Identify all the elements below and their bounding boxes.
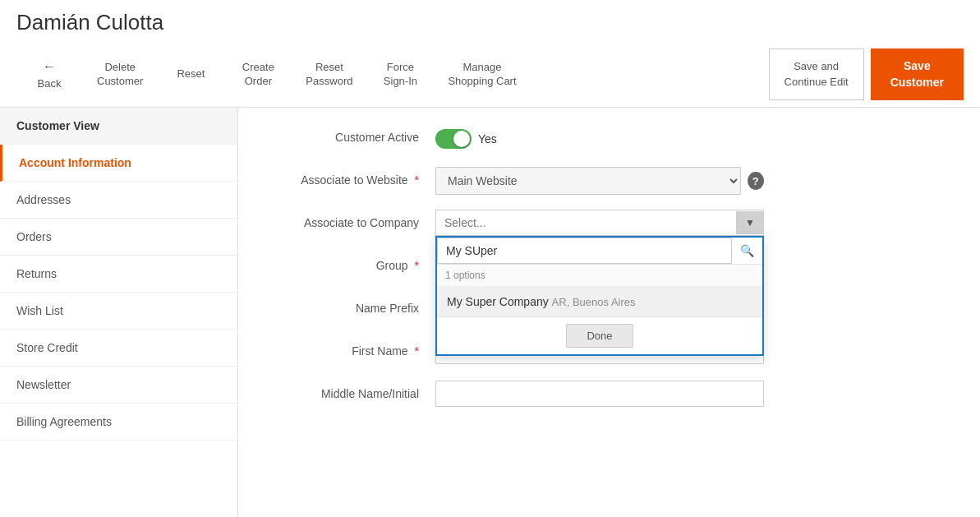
middle-name-label: Middle Name/Initial bbox=[271, 381, 435, 400]
website-select-wrap: Main Website ? bbox=[435, 167, 764, 195]
reset-button[interactable]: Reset bbox=[158, 48, 223, 100]
reset-password-label: Reset Password bbox=[306, 61, 352, 89]
company-dropdown-arrow: ▼ bbox=[736, 211, 763, 234]
group-required-star: * bbox=[415, 259, 419, 272]
name-prefix-label: Name Prefix bbox=[271, 295, 435, 315]
company-dropdown-trigger[interactable]: Select... ▼ bbox=[435, 210, 764, 236]
sidebar-item-orders[interactable]: Orders bbox=[0, 219, 237, 256]
force-signin-button[interactable]: Force Sign-In bbox=[367, 48, 433, 100]
company-option[interactable]: My Super Company AR, Buenos Aires bbox=[437, 287, 762, 316]
customer-active-toggle[interactable] bbox=[435, 129, 472, 149]
save-continue-label: Save and Continue Edit bbox=[784, 60, 849, 87]
dropdown-done-wrap: Done bbox=[437, 316, 762, 354]
manage-cart-button[interactable]: Manage Shopping Cart bbox=[435, 48, 529, 100]
force-signin-label: Force Sign-In bbox=[384, 61, 417, 89]
option-label: My Super Company bbox=[447, 295, 549, 308]
customer-active-label: Customer Active bbox=[271, 124, 435, 144]
sidebar-item-customer-view[interactable]: Customer View bbox=[0, 108, 237, 145]
main-layout: Customer ViewAccount InformationAddresse… bbox=[0, 108, 980, 517]
sidebar-item-store-credit[interactable]: Store Credit bbox=[0, 330, 237, 367]
website-select[interactable]: Main Website bbox=[435, 167, 741, 195]
first-name-required-star: * bbox=[415, 344, 419, 358]
toggle-wrap: Yes bbox=[435, 124, 764, 149]
create-order-label: Create Order bbox=[242, 61, 274, 89]
save-customer-button[interactable]: Save Customer bbox=[871, 48, 964, 100]
website-help-icon[interactable]: ? bbox=[748, 172, 764, 190]
middle-name-row: Middle Name/Initial bbox=[271, 381, 947, 410]
save-continue-button[interactable]: Save and Continue Edit bbox=[769, 48, 864, 100]
page-title: Damián Culotta bbox=[16, 10, 964, 42]
customer-active-row: Customer Active Yes bbox=[271, 124, 947, 154]
associate-website-control: Main Website ? bbox=[435, 167, 764, 195]
create-order-button[interactable]: Create Order bbox=[225, 48, 291, 100]
first-name-label: First Name * bbox=[271, 338, 435, 358]
associate-company-control: Select... ▼ My SUper 🔍 1 options My Sup bbox=[435, 210, 764, 236]
toggle-yes-label: Yes bbox=[478, 132, 497, 145]
company-search-input[interactable]: My SUper bbox=[437, 238, 732, 264]
toolbar: ← Back Delete Customer Reset Create Orde… bbox=[16, 42, 964, 107]
back-icon: ← bbox=[43, 58, 56, 76]
back-label: Back bbox=[38, 77, 62, 91]
associate-website-row: Associate to Website * Main Website ? bbox=[271, 167, 947, 196]
toggle-knob bbox=[453, 131, 470, 147]
sidebar-item-newsletter[interactable]: Newsletter bbox=[0, 367, 237, 404]
save-label: Save Customer bbox=[890, 59, 944, 89]
dropdown-done-button[interactable]: Done bbox=[566, 324, 633, 348]
sidebar-item-returns[interactable]: Returns bbox=[0, 256, 237, 293]
reset-password-button[interactable]: Reset Password bbox=[292, 48, 366, 100]
content-area: Customer Active Yes Associate to Website… bbox=[238, 108, 980, 517]
company-dropdown-popup: My SUper 🔍 1 options My Super Company AR… bbox=[435, 236, 764, 356]
delete-label: Delete Customer bbox=[97, 61, 143, 89]
middle-name-input[interactable] bbox=[435, 381, 764, 407]
customer-active-control: Yes bbox=[435, 124, 764, 149]
website-required-star: * bbox=[415, 173, 419, 187]
search-icon: 🔍 bbox=[732, 238, 762, 264]
page-wrapper: Damián Culotta ← Back Delete Customer Re… bbox=[0, 0, 980, 517]
back-button[interactable]: ← Back bbox=[16, 48, 82, 100]
group-label: Group * bbox=[271, 252, 435, 272]
page-header: Damián Culotta ← Back Delete Customer Re… bbox=[0, 0, 980, 108]
middle-name-control bbox=[435, 381, 764, 407]
sidebar: Customer ViewAccount InformationAddresse… bbox=[0, 108, 238, 517]
dropdown-count: 1 options bbox=[437, 265, 762, 287]
sidebar-item-account-information[interactable]: Account Information bbox=[0, 145, 237, 182]
company-dropdown-container: Select... ▼ My SUper 🔍 1 options My Sup bbox=[435, 210, 764, 236]
associate-company-label: Associate to Company bbox=[271, 210, 435, 229]
delete-customer-button[interactable]: Delete Customer bbox=[84, 48, 156, 100]
associate-company-row: Associate to Company Select... ▼ My SUpe… bbox=[271, 210, 947, 239]
option-sub: AR, Buenos Aires bbox=[552, 296, 636, 308]
sidebar-item-billing-agreements[interactable]: Billing Agreements bbox=[0, 404, 237, 441]
company-dropdown-text: Select... bbox=[436, 210, 736, 235]
toolbar-right: Save and Continue Edit Save Customer bbox=[769, 48, 964, 100]
manage-cart-label: Manage Shopping Cart bbox=[448, 61, 516, 89]
toolbar-left: ← Back Delete Customer Reset Create Orde… bbox=[16, 48, 530, 100]
sidebar-item-wish-list[interactable]: Wish List bbox=[0, 293, 237, 330]
dropdown-search-wrap: My SUper 🔍 bbox=[437, 238, 762, 265]
associate-website-label: Associate to Website * bbox=[271, 167, 435, 187]
reset-label: Reset bbox=[177, 67, 205, 81]
sidebar-item-addresses[interactable]: Addresses bbox=[0, 182, 237, 219]
